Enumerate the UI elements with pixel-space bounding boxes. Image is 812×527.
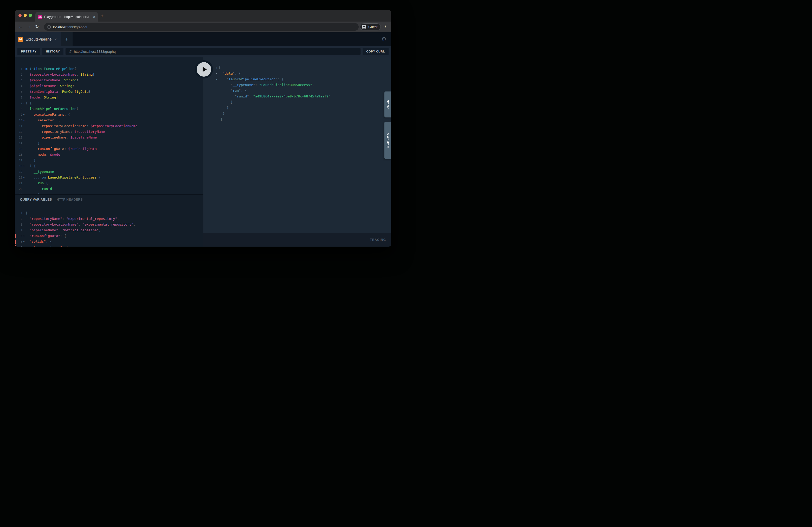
schema-side-tab-label: SCHEMA	[385, 122, 391, 159]
fold-arrow-icon[interactable]: ▾	[23, 117, 26, 123]
line-number: 5	[15, 90, 23, 93]
browser-window: Playground - http://localhost:3 × + ← → …	[15, 10, 391, 246]
line-number: 14	[15, 141, 23, 145]
line-number: 3	[15, 223, 23, 226]
line-number: 2	[15, 73, 23, 76]
fold-spacer	[23, 160, 26, 161]
fold-spacer	[23, 149, 26, 149]
fold-spacer	[215, 90, 218, 91]
copy-curl-button[interactable]: COPY CURL	[363, 48, 389, 55]
line-number: 11	[15, 124, 23, 128]
code-line: "run": {	[203, 88, 391, 93]
code-line: }	[203, 117, 391, 122]
code-line: 20▾ ... on LaunchPipelineRunSuccess {	[15, 175, 203, 180]
fold-arrow-icon[interactable]: ▾	[23, 100, 26, 106]
line-number: 4	[15, 85, 23, 88]
graphql-favicon-icon	[38, 15, 42, 19]
fold-arrow-icon[interactable]: ▾	[23, 210, 26, 216]
query-variables-tab[interactable]: QUERY VARIABLES	[20, 198, 52, 201]
fold-arrow-icon[interactable]: ▾	[215, 71, 218, 77]
tracing-toggle[interactable]: TRACING	[370, 238, 386, 242]
line-number: 10	[15, 119, 23, 122]
line-number: 7	[15, 102, 23, 105]
line-number: 15	[15, 147, 23, 151]
http-headers-tab[interactable]: HTTP HEADERS	[57, 198, 83, 201]
code-line: 2 "repositoryName": "experimental_reposi…	[15, 216, 203, 222]
site-info-icon[interactable]: i	[47, 25, 51, 29]
browser-tab-title: Playground - http://localhost:3	[44, 15, 91, 19]
line-number: 18	[15, 165, 23, 168]
playground-tab-close-icon[interactable]: ×	[54, 37, 56, 41]
code-line: 4 $pipelineName: String!	[15, 83, 203, 89]
new-tab-button[interactable]: +	[101, 13, 103, 18]
zoom-window-button[interactable]	[29, 14, 32, 17]
close-window-button[interactable]	[18, 14, 21, 17]
schema-side-tab[interactable]: SCHEMA	[385, 122, 391, 159]
settings-gear-icon[interactable]: ⚙	[381, 35, 387, 42]
variables-section: QUERY VARIABLES HTTP HEADERS 1▾{2 "repos…	[15, 194, 203, 246]
fold-arrow-icon[interactable]: ▾	[23, 233, 26, 239]
execute-button-inner	[197, 62, 211, 77]
code-line: "runId": "a49b864a-79e2-4be8-b78c-687457…	[203, 93, 391, 99]
fold-arrow-icon[interactable]: ▾	[23, 175, 26, 181]
url-bar[interactable]: i localhost:3333/graphql	[44, 23, 359, 31]
line-number: 17	[15, 159, 23, 162]
code-line: }	[203, 111, 391, 117]
code-line: 23 }	[15, 192, 203, 194]
tab-close-icon[interactable]: ×	[93, 15, 95, 19]
code-line: 14 }	[15, 140, 203, 146]
line-number: 6	[15, 96, 23, 99]
query-editor[interactable]: 1mutation ExecutePipeline(2 $repositoryL…	[15, 57, 203, 194]
fold-spacer	[23, 80, 26, 80]
fold-arrow-icon[interactable]: ▾	[23, 244, 26, 246]
profile-button[interactable]: Guest	[360, 24, 381, 30]
reload-button[interactable]: ↻	[35, 24, 39, 29]
fold-spacer	[215, 113, 218, 114]
fold-arrow-icon[interactable]: ▾	[23, 239, 26, 245]
code-line: 2 $repositoryLocationName: String!	[15, 72, 203, 77]
line-number: 19	[15, 170, 23, 174]
fold-spacer	[23, 97, 26, 98]
code-line: }	[203, 105, 391, 111]
code-line: "__typename": "LaunchPipelineRunSuccess"…	[203, 82, 391, 88]
fold-spacer	[23, 171, 26, 172]
endpoint-input[interactable]: ↺ http://localhost:3333/graphql	[66, 48, 361, 55]
fold-spacer	[23, 137, 26, 138]
fold-spacer	[23, 109, 26, 109]
browser-menu-button[interactable]: ⋮	[383, 24, 388, 29]
code-line: 15 runConfigData: $runConfigData	[15, 146, 203, 152]
line-number: 8	[15, 107, 23, 111]
fold-arrow-icon[interactable]: ▾	[215, 65, 218, 71]
prettify-button[interactable]: PRETTIFY	[17, 48, 40, 55]
line-number: 4	[15, 229, 23, 232]
code-line: 4 "pipelineName": "metrics_pipeline",	[15, 227, 203, 233]
execute-button[interactable]	[195, 60, 213, 78]
fold-spacer	[215, 108, 218, 108]
minimize-window-button[interactable]	[24, 14, 27, 17]
code-line: 10▾ selector: {	[15, 118, 203, 123]
line-number: 1	[15, 212, 23, 215]
browser-toolbar: ← → ↻ i localhost:3333/graphql Guest ⋮	[15, 21, 391, 32]
playground-tab-executepipeline[interactable]: M ExecutePipeline ×	[15, 32, 61, 46]
code-line: 1mutation ExecutePipeline(	[15, 66, 203, 72]
profile-name: Guest	[368, 25, 377, 29]
docs-side-tab[interactable]: DOCS	[385, 91, 391, 118]
fold-arrow-icon[interactable]: ▾	[23, 163, 26, 169]
playground-new-tab-button[interactable]: +	[61, 32, 73, 46]
back-button[interactable]: ←	[18, 24, 23, 29]
variables-editor[interactable]: 1▾{2 "repositoryName": "experimental_rep…	[15, 210, 203, 246]
url-path: :3333/graphql	[66, 25, 87, 29]
history-button[interactable]: HISTORY	[42, 48, 64, 55]
fold-arrow-icon[interactable]: ▾	[23, 111, 26, 118]
line-number: 13	[15, 136, 23, 139]
forward-button[interactable]: →	[27, 24, 31, 29]
line-number: 12	[15, 130, 23, 134]
fold-arrow-icon[interactable]: ▾	[215, 76, 218, 82]
line-number: 21	[15, 182, 23, 185]
browser-tab[interactable]: Playground - http://localhost:3 ×	[35, 12, 98, 21]
error-mark-icon	[15, 240, 16, 244]
response-viewer: ▾{▾ "data": {▾ "launchPipelineExecution"…	[203, 65, 391, 133]
reset-endpoint-icon[interactable]: ↺	[68, 49, 72, 54]
playground-main: 1mutation ExecutePipeline(2 $repositoryL…	[15, 57, 391, 246]
fold-spacer	[23, 224, 26, 225]
